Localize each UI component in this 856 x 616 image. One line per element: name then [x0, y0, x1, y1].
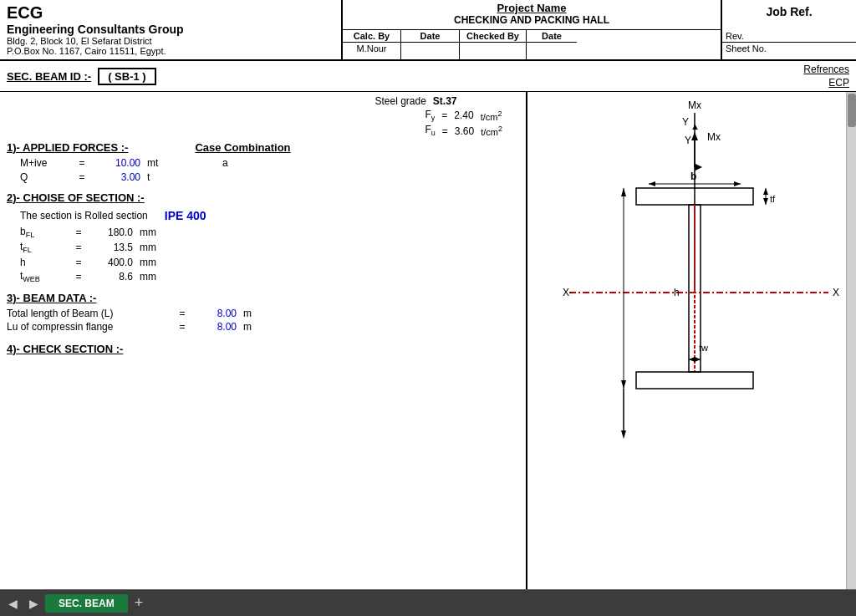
steel-grade-value: St.37 [433, 95, 457, 107]
svg-text:tf: tf [770, 194, 776, 204]
mplus-label: M+ive [7, 157, 74, 169]
total-length-value: 8.00 [191, 308, 237, 319]
svg-text:tw: tw [699, 343, 708, 353]
case-combination-label: Case Combination [195, 141, 290, 154]
q-eq: = [74, 171, 90, 183]
fy-value: 2.40 [454, 109, 473, 121]
section1: 1)- APPLIED FORCES :- Case Combination M… [7, 141, 519, 183]
bfl-label: bFL [20, 226, 70, 239]
date-header: Date [401, 30, 459, 43]
date-value [401, 43, 459, 44]
fy-unit: t/cm2 [481, 109, 502, 122]
address2: P.O.Box No. 1167, Cairo 11511, Egypt. [7, 46, 334, 56]
h-eq: = [70, 257, 87, 268]
tab-bar: ◀ ▶ SEC. BEAM + [0, 589, 856, 616]
sec-beam-tab[interactable]: SEC. BEAM [45, 594, 128, 613]
tab-nav-right[interactable]: ▶ [24, 595, 43, 612]
svg-text:b: b [690, 171, 696, 182]
header-section: ECG Engineering Consultants Group Bldg. … [0, 0, 856, 61]
calc-by-value: M.Nour [343, 43, 400, 54]
lu-unit: m [243, 321, 252, 333]
section3: 3)- BEAM DATA :- Total length of Beam (L… [7, 292, 519, 333]
checked-date-value [527, 43, 577, 44]
svg-marker-18 [763, 188, 768, 195]
mplus-eq: = [74, 157, 90, 169]
svg-marker-11 [734, 181, 741, 186]
tweb-label: tWEB [20, 270, 70, 283]
main-content: ECG Engineering Consultants Group Bldg. … [0, 0, 856, 616]
svg-marker-27 [695, 357, 701, 362]
svg-text:Mx: Mx [707, 131, 721, 143]
fu-equals: = [442, 125, 448, 137]
rolled-text: The section is Rolled section [20, 210, 148, 221]
address1: Bldg. 2, Block 10, El Sefarat District [7, 36, 334, 46]
svg-marker-10 [649, 181, 655, 186]
fy-equals: = [441, 109, 447, 121]
svg-text:h: h [674, 287, 680, 298]
calc-by-header: Calc. By [343, 30, 400, 43]
diagram-area: Mx Y [526, 92, 856, 589]
checked-by-value [460, 43, 526, 44]
tweb-unit: mm [140, 271, 156, 283]
project-name-value: CHECKING AND PACKING HALL [346, 14, 717, 26]
right-scrollbar[interactable] [846, 92, 856, 589]
q-label: Q [7, 171, 74, 183]
references-link[interactable]: Refrences [803, 64, 849, 75]
section3-title: 3)- BEAM DATA :- [7, 292, 519, 304]
h-label: h [20, 257, 70, 268]
sec-beam-row: SEC. BEAM ID :- ( SB-1 ) Refrences ECP [0, 61, 856, 92]
mplus-case: a [222, 157, 228, 169]
svg-marker-26 [689, 357, 695, 362]
section2-title: 2)- CHOISE OF SECTION :- [7, 191, 519, 204]
checked-by-header: Checked By [460, 30, 526, 43]
svg-text:▲: ▲ [690, 121, 700, 131]
company-info: ECG Engineering Consultants Group Bldg. … [0, 0, 343, 59]
svg-marker-4 [691, 132, 698, 140]
section-name: IPE 400 [165, 209, 206, 222]
h-value: 400.0 [87, 257, 133, 268]
scroll-thumb [848, 94, 856, 127]
section1-title: 1)- APPLIED FORCES :- [7, 141, 128, 154]
project-name-label: Project Name [346, 2, 717, 14]
svg-marker-32 [621, 430, 626, 439]
add-tab-button[interactable]: + [130, 593, 149, 613]
steel-grade-block: Steel grade St.37 Fy = 2.40 t/cm2 Fu = 3… [7, 92, 519, 141]
project-info: Project Name CHECKING AND PACKING HALL J… [343, 0, 856, 59]
sheet-no-label: Sheet No. [722, 43, 856, 54]
ibeam-diagram: Mx Y [527, 92, 856, 577]
q-unit: t [147, 171, 150, 183]
references-col: Refrences ECP [803, 64, 849, 89]
lu-value: 8.00 [191, 321, 237, 333]
svg-text:X-: X- [563, 287, 573, 298]
ecg-title: ECG [7, 3, 334, 23]
rev-label: Rev. [722, 30, 856, 43]
fu-value: 3.60 [455, 125, 474, 137]
svg-text:X: X [833, 287, 839, 298]
svg-marker-19 [763, 198, 768, 205]
svg-text:Y: Y [682, 116, 689, 128]
svg-text:Mx: Mx [688, 99, 701, 111]
tweb-value: 8.6 [87, 271, 133, 283]
tweb-eq: = [70, 271, 87, 283]
fu-label: Fu [425, 124, 435, 137]
fy-label: Fy [425, 109, 435, 122]
svg-marker-29 [621, 188, 626, 196]
mplus-unit: mt [147, 157, 172, 169]
svg-rect-15 [636, 372, 753, 389]
lu-eq: = [174, 321, 191, 333]
tfl-label: tFL [20, 241, 70, 254]
checked-date-header: Date [527, 30, 577, 43]
total-length-unit: m [243, 308, 252, 319]
sec-beam-id-value: ( SB-1 ) [98, 68, 156, 85]
section2: 2)- CHOISE OF SECTION :- The section is … [7, 191, 519, 283]
company-name: Engineering Consultants Group [7, 23, 334, 36]
ecp-link[interactable]: ECP [828, 77, 849, 89]
tab-nav-left[interactable]: ◀ [3, 595, 23, 612]
bfl-unit: mm [140, 227, 156, 238]
q-value: 3.00 [90, 171, 140, 183]
fu-unit: t/cm2 [481, 125, 502, 137]
svg-marker-30 [621, 380, 626, 389]
bfl-value: 180.0 [87, 227, 133, 238]
sec-beam-id-label: SEC. BEAM ID :- [7, 70, 91, 83]
mplus-value: 10.00 [90, 157, 140, 169]
